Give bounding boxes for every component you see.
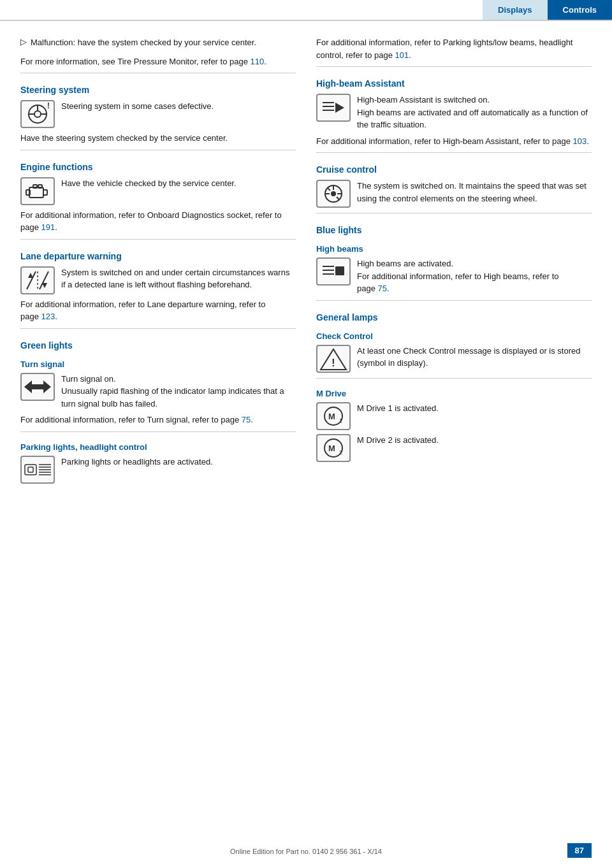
right-intro-link[interactable]: 101	[395, 50, 409, 60]
engine-para: For additional information, refer to Onb…	[20, 209, 296, 234]
general-lamps-heading: General lamps	[316, 312, 592, 322]
svg-rect-6	[29, 187, 43, 198]
divider-right-5	[316, 378, 592, 379]
m-drive-1-icon: M 1	[316, 402, 351, 430]
divider-right-2	[316, 152, 592, 153]
m-drive-1-row: M 1 M Drive 1 is activated.	[316, 402, 592, 430]
svg-text:M: M	[328, 444, 335, 453]
left-column: ▷ Malfunction: have the system checked b…	[20, 36, 296, 488]
svg-marker-28	[335, 103, 344, 113]
intro-link[interactable]: 110	[251, 57, 265, 66]
svg-rect-10	[38, 185, 42, 188]
svg-line-34	[328, 188, 330, 191]
engine-functions-heading: Engine functions	[20, 162, 296, 172]
high-beam-assistant-link[interactable]: 103	[572, 136, 586, 146]
svg-point-30	[331, 191, 336, 196]
bullet-arrow-icon: ▷	[20, 37, 27, 47]
high-beam-assistant-heading: High-beam Assistant	[316, 78, 592, 89]
turn-signal-heading: Turn signal	[20, 359, 296, 369]
m-drive-heading: M Drive	[316, 389, 592, 398]
check-control-icon-row: ! At least one Check Control message is …	[316, 345, 592, 373]
engine-link[interactable]: 191	[41, 222, 55, 232]
engine-icon-row: Have the vehicle checked by the service …	[20, 177, 296, 205]
svg-text:!: !	[332, 357, 335, 369]
page-number: 87	[567, 843, 592, 858]
high-beam-icon-row: High-beam Assistant is switched on. High…	[316, 94, 592, 131]
tab-controls[interactable]: Controls	[548, 0, 612, 20]
high-beam-assistant-para: For additional information, refer to Hig…	[316, 135, 592, 148]
high-beams-link[interactable]: 75	[378, 284, 387, 293]
cruise-control-heading: Cruise control	[316, 164, 592, 175]
green-lights-heading: Green lights	[20, 340, 296, 351]
page-header: Displays Controls	[0, 0, 612, 21]
footer: Online Edition for Part no. 0140 2 956 3…	[0, 848, 612, 855]
divider-right-3	[316, 213, 592, 213]
steering-icon: !	[20, 100, 55, 128]
divider-4	[20, 328, 296, 329]
svg-text:M: M	[328, 412, 335, 421]
m-drive-2-desc: M Drive 2 is activated.	[357, 434, 439, 447]
svg-point-1	[34, 111, 41, 117]
svg-text:1: 1	[339, 417, 342, 424]
main-content: ▷ Malfunction: have the system checked b…	[0, 21, 612, 513]
high-beams-heading: High beams	[316, 244, 592, 254]
turn-signal-link[interactable]: 75	[242, 415, 251, 424]
steering-system-heading: Steering system	[20, 85, 296, 95]
lane-link[interactable]: 123	[41, 312, 55, 321]
turn-signal-para: For additional information, refer to Tur…	[20, 414, 296, 426]
check-control-heading: Check Control	[316, 331, 592, 341]
m-drive-2-icon: M 2	[316, 434, 351, 462]
check-control-desc: At least one Check Control message is di…	[357, 345, 592, 370]
parking-desc: Parking lights or headlights are activat…	[61, 456, 213, 468]
lane-icon-row: System is switched on and under certain …	[20, 266, 296, 294]
divider-2	[20, 150, 296, 150]
svg-marker-14	[28, 273, 33, 278]
divider-right-1	[316, 66, 592, 67]
svg-marker-15	[42, 283, 47, 288]
lane-para: For additional information, refer to Lan…	[20, 298, 296, 323]
m-drive-2-row: M 2 M Drive 2 is activated.	[316, 434, 592, 462]
tab-displays[interactable]: Displays	[483, 0, 547, 20]
turn-signal-icon	[20, 373, 55, 401]
divider-1	[20, 73, 296, 73]
svg-text:!: !	[47, 103, 50, 110]
high-beams-icon	[316, 257, 351, 286]
svg-line-35	[337, 197, 339, 199]
svg-rect-39	[335, 266, 344, 275]
header-tabs: Displays Controls	[483, 0, 612, 20]
cruise-control-icon	[316, 180, 351, 208]
parking-lights-icon	[20, 456, 55, 484]
engine-desc: Have the vehicle checked by the service …	[61, 177, 237, 190]
lane-desc: System is switched on and under certain …	[61, 266, 296, 291]
svg-rect-19	[28, 467, 33, 472]
lane-icon	[20, 266, 55, 294]
right-intro-para: For additional information, refer to Par…	[316, 36, 592, 61]
svg-rect-18	[25, 465, 36, 475]
parking-lights-heading: Parking lights, headlight control	[20, 442, 296, 452]
lane-departure-heading: Lane departure warning	[20, 251, 296, 261]
svg-rect-9	[33, 185, 37, 188]
cruise-icon-row: The system is switched on. It maintains …	[316, 180, 592, 208]
svg-marker-17	[33, 380, 51, 393]
steering-desc: Steering system in some cases defective.	[61, 100, 214, 113]
divider-5	[20, 431, 296, 432]
check-control-icon: !	[316, 345, 351, 373]
high-beams-desc: High beams are activated. For additional…	[357, 257, 592, 295]
steering-para: Have the steering system checked by the …	[20, 132, 296, 145]
intro-bullet-text: Malfunction: have the system checked by …	[31, 36, 256, 49]
right-column: For additional information, refer to Par…	[316, 36, 592, 488]
high-beam-assistant-desc: High-beam Assistant is switched on. High…	[357, 94, 592, 131]
intro-para: For more information, see Tire Pressure …	[20, 55, 296, 68]
parking-icon-row: Parking lights or headlights are activat…	[20, 456, 296, 484]
svg-text:2: 2	[339, 449, 342, 456]
high-beams-icon-row: High beams are activated. For additional…	[316, 257, 592, 295]
divider-right-4	[316, 300, 592, 301]
footer-text: Online Edition for Part no. 0140 2 956 3…	[230, 848, 382, 855]
intro-bullet-item: ▷ Malfunction: have the system checked b…	[20, 36, 296, 53]
turn-signal-icon-row: Turn signal on. Unusually rapid flashing…	[20, 373, 296, 410]
m-drive-1-desc: M Drive 1 is activated.	[357, 402, 439, 415]
high-beam-assistant-icon	[316, 94, 351, 122]
divider-3	[20, 239, 296, 240]
svg-rect-8	[43, 190, 47, 195]
svg-rect-7	[26, 190, 30, 195]
